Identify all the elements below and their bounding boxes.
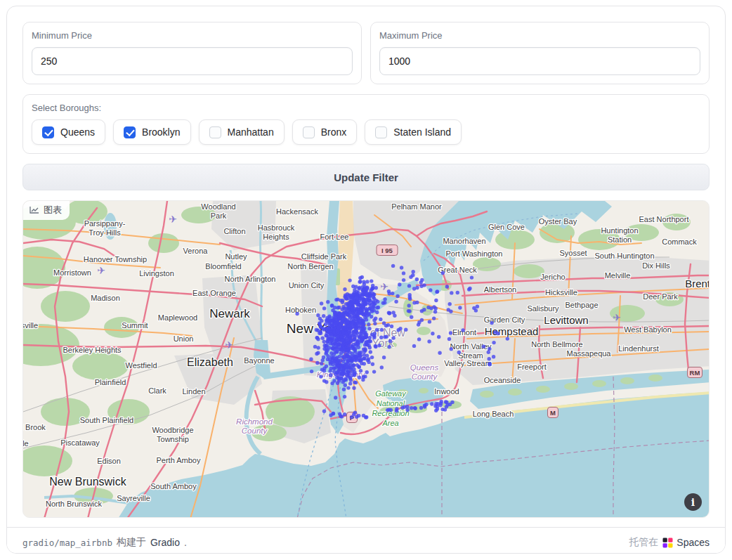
- map-place-label: Perth Amboy: [157, 456, 201, 464]
- map-place-label: Oyster Bay: [539, 217, 577, 226]
- borough-checkbox-queens[interactable]: Queens: [32, 119, 105, 145]
- svg-text:I 95: I 95: [381, 247, 393, 254]
- borough-checkbox-staten-island[interactable]: Staten Island: [365, 119, 462, 145]
- update-filter-button[interactable]: Update Filter: [22, 164, 710, 190]
- map-place-label: Woodbridge: [152, 426, 193, 434]
- map-place-label: Hasbrouck: [258, 223, 295, 232]
- footer: gradio/map_airbnb 构建于 Gradio. 托管在 Spaces: [7, 527, 725, 554]
- airport-icon: ✈: [169, 214, 177, 225]
- map-place-label: Maplewood: [158, 313, 197, 322]
- map-place-label: North Brunswick: [46, 500, 103, 508]
- map-plot: Parsippany-Troy HillsHanover TownshipMor…: [22, 200, 710, 518]
- gradio-link[interactable]: Gradio: [150, 537, 180, 548]
- borough-checkbox-manhattan[interactable]: Manhattan: [199, 119, 285, 145]
- map-place-label: Hanover Township: [84, 255, 147, 263]
- map-place-label: Verona: [183, 247, 209, 255]
- map-place-label: Edison: [97, 457, 121, 465]
- svg-text:RM: RM: [690, 369, 700, 377]
- map-place-label: Elizabeth: [187, 356, 233, 368]
- map-place-label: Hempstead: [485, 325, 539, 337]
- airport-icon: ✈: [97, 265, 105, 276]
- map-place-label: Brentwood: [685, 278, 710, 289]
- map-place-label: County: [242, 426, 268, 435]
- map-place-label: Piscataway: [60, 438, 100, 447]
- map-place-label: ille: [23, 439, 29, 448]
- min-price-panel: Minimum Price: [22, 22, 362, 84]
- boroughs-label: Select Boroughs:: [32, 103, 700, 113]
- route-shield: I 95: [377, 245, 398, 256]
- borough-checkbox-bronx[interactable]: Bronx: [292, 119, 358, 145]
- map-place-label: Freeport: [517, 363, 547, 371]
- map-place-label: Albertson: [484, 285, 516, 294]
- map-place-label: Dix Hills: [642, 261, 670, 270]
- map-place-label: Plainfield: [95, 378, 126, 386]
- map-place-label: Lindenhurst: [618, 344, 659, 353]
- checkbox-icon[interactable]: [303, 126, 315, 138]
- map-place-label: Richmond: [236, 417, 273, 426]
- borough-checkbox-brooklyn[interactable]: Brooklyn: [113, 119, 190, 145]
- map-place-label: Bloomfield: [205, 262, 241, 271]
- min-price-input[interactable]: [32, 47, 353, 75]
- map-place-label: Commack: [662, 237, 697, 246]
- borough-label: Queens: [60, 126, 95, 138]
- map-place-label: Hicksville: [545, 288, 577, 297]
- max-price-label: Maximum Price: [379, 30, 700, 41]
- map-place-label: Union City: [289, 281, 325, 289]
- map-place-label: Union: [174, 334, 194, 343]
- map-place-label: National: [377, 399, 405, 408]
- huggingface-spaces-icon: [662, 538, 673, 548]
- map-place-label: Hoboken: [285, 306, 316, 314]
- map-place-label: Inwood: [434, 387, 459, 396]
- map-place-label: Newark: [209, 307, 250, 320]
- borough-label: Brooklyn: [142, 126, 180, 138]
- map-place-label: Nutley: [225, 252, 247, 261]
- map-place-label: Oceanside: [484, 376, 521, 384]
- map-place-label: Long Beach: [473, 410, 514, 418]
- spaces-link[interactable]: Spaces: [662, 537, 710, 548]
- map-place-label: South Amboy: [150, 482, 197, 490]
- map-place-label: New Brunswick: [49, 476, 126, 488]
- map-place-label: Sayreville: [117, 494, 150, 502]
- plot-label-badge: 图表: [23, 201, 70, 220]
- map-place-label: Linden: [182, 387, 205, 396]
- map-canvas[interactable]: Parsippany-Troy HillsHanover TownshipMor…: [23, 201, 710, 518]
- borough-checkbox-group: QueensBrooklynManhattanBronxStaten Islan…: [32, 119, 700, 145]
- map-place-label: Livingston: [139, 269, 174, 278]
- checkbox-icon[interactable]: [209, 126, 221, 138]
- checkbox-icon[interactable]: [375, 126, 387, 138]
- route-shield: M: [548, 408, 558, 418]
- map-place-label: West Babylon: [624, 325, 672, 334]
- max-price-input[interactable]: [379, 47, 700, 75]
- map-place-label: North Arlington: [225, 275, 276, 283]
- app-id: gradio/map_airbnb: [22, 538, 112, 548]
- airport-icon: ✈: [613, 312, 621, 323]
- built-with-text: 构建于: [117, 536, 146, 549]
- map-place-label: Glen Cove: [488, 223, 525, 231]
- map-place-label: County: [412, 372, 438, 381]
- map-place-label: Massapequa: [567, 349, 612, 358]
- checkbox-icon[interactable]: [124, 126, 136, 138]
- airport-icon: ✈: [225, 339, 233, 351]
- map-place-label: ardsville: [23, 321, 38, 330]
- map-place-label: North Bellmore: [531, 340, 582, 349]
- map-place-label: Parsippany-: [84, 219, 126, 228]
- map-place-label: Bethpage: [565, 301, 598, 309]
- plot-badge-label: 图表: [44, 204, 62, 216]
- borough-label: Staten Island: [393, 126, 451, 138]
- min-price-label: Minimum Price: [32, 30, 353, 41]
- borough-label: Manhattan: [228, 126, 274, 138]
- map-attribution-button[interactable]: i: [684, 493, 702, 511]
- main-content: Minimum Price Maximum Price Select Borou…: [7, 6, 725, 518]
- map-place-label: Station: [608, 235, 632, 244]
- map-place-label: Fort Lee: [320, 233, 349, 241]
- footer-right: 托管在 Spaces: [629, 536, 710, 549]
- map-place-label: South Huntington: [594, 252, 654, 260]
- map-place-label: Syosset: [559, 249, 587, 257]
- hosted-on-text: 托管在: [629, 536, 658, 549]
- map-place-label: Levittown: [544, 314, 588, 326]
- footer-left: gradio/map_airbnb 构建于 Gradio.: [22, 536, 187, 549]
- boroughs-panel: Select Boroughs: QueensBrooklynManhattan…: [22, 94, 710, 154]
- checkbox-icon[interactable]: [42, 126, 54, 138]
- map-place-label: Gateway: [375, 389, 407, 398]
- map-place-label: Madison: [91, 294, 120, 302]
